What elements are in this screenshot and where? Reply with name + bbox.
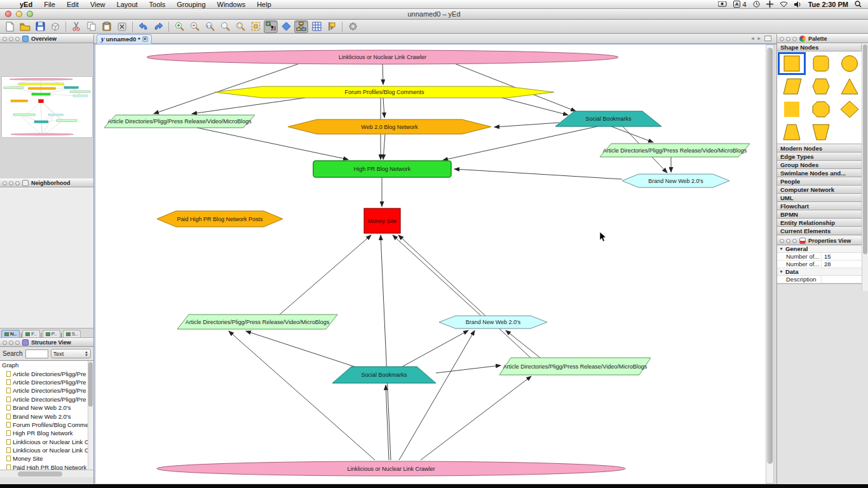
palette-shape-parallelogram[interactable]	[780, 77, 804, 96]
menu-clock[interactable]: Tue 2:30 PM	[808, 1, 848, 8]
paste-icon[interactable]	[100, 20, 114, 33]
search-input[interactable]	[25, 349, 48, 358]
graph-edge[interactable]	[393, 235, 481, 316]
graph-edge[interactable]	[381, 235, 391, 460]
structure-item[interactable]: Paid High PR Blog Network	[0, 463, 93, 470]
save-file-icon[interactable]	[33, 20, 47, 33]
palette-shape-circle[interactable]	[837, 54, 862, 73]
structure-item[interactable]: Linklicious or Nuclear Link C	[0, 438, 93, 446]
panel-button[interactable]	[9, 37, 13, 41]
canvas-vertical-scrollbar[interactable]	[766, 44, 774, 484]
panel-button[interactable]	[9, 341, 13, 345]
new-document-icon[interactable]	[3, 20, 17, 33]
undo-icon[interactable]	[136, 20, 150, 33]
tab-list-icon[interactable]	[764, 36, 771, 41]
palette-section-entity-relationship[interactable]: Entity Relationship»	[777, 219, 868, 227]
panel-button[interactable]	[9, 181, 13, 186]
cut-icon[interactable]	[69, 20, 83, 33]
palette-shape-diamond[interactable]	[837, 100, 862, 119]
structure-item[interactable]: Brand New Web 2.0's	[0, 403, 93, 412]
settings-gear-icon[interactable]	[346, 20, 360, 33]
graph-edge[interactable]	[246, 331, 355, 367]
window-title-bar[interactable]: unnamed0 – yEd	[0, 9, 868, 20]
structure-root-graph[interactable]: Graph	[0, 361, 93, 369]
panel-button[interactable]	[780, 37, 784, 41]
layout-mode-icon[interactable]	[294, 20, 308, 33]
menu-edit[interactable]: Edit	[61, 0, 85, 9]
label-flag-icon[interactable]: P	[325, 20, 339, 33]
airport-icon[interactable]	[780, 1, 788, 8]
menu-yed[interactable]: yEd	[14, 0, 38, 9]
palette-section-flowchart[interactable]: Flowchart»	[777, 202, 868, 210]
palette-shape-rounded-square[interactable]	[809, 54, 833, 73]
input-source-icon[interactable]: A 4	[733, 1, 747, 8]
palette-section-shape-nodes[interactable]: Shape Nodes ✕	[777, 43, 868, 51]
display-icon[interactable]	[718, 1, 727, 7]
graph-edge[interactable]	[436, 365, 501, 373]
spotlight-icon[interactable]	[855, 1, 862, 8]
structure-item[interactable]: Forum Profiles/Blog Comme	[0, 421, 93, 429]
palette-shape-square-plain[interactable]	[780, 100, 804, 119]
dock-tab-f[interactable]: F..	[22, 330, 39, 337]
zoom-in-icon[interactable]	[172, 20, 186, 33]
zoom-out-icon[interactable]	[187, 20, 201, 33]
graph-edge[interactable]	[386, 385, 389, 460]
graph-edge[interactable]	[229, 331, 375, 460]
palette-shape-hexagon[interactable]	[809, 77, 833, 96]
fit-content-icon[interactable]	[248, 20, 262, 33]
properties-group-data[interactable]: ▼Data	[777, 268, 868, 276]
menu-windows[interactable]: Windows	[212, 0, 252, 9]
tab-scroll-left-icon[interactable]: ◂	[751, 35, 754, 41]
palette-section-group-nodes[interactable]: Group Nodes»	[777, 161, 868, 169]
palette-section-computer-network[interactable]: Computer Network»	[777, 186, 868, 194]
graph-edge[interactable]	[506, 330, 540, 358]
graph-edge[interactable]	[402, 330, 468, 367]
dock-tab-p[interactable]: P..	[43, 330, 60, 337]
palette-section-edge-types[interactable]: Edge Types»	[777, 152, 868, 161]
dock-tab-s[interactable]: S..	[63, 330, 81, 337]
menu-view[interactable]: View	[85, 0, 111, 9]
graph-edge[interactable]	[494, 123, 559, 127]
panel-button[interactable]	[792, 37, 797, 41]
graph-edge[interactable]	[502, 98, 568, 115]
search-filter-dropdown[interactable]: Text ▲▼	[51, 349, 91, 358]
structure-item[interactable]: High PR Blog Network	[0, 429, 93, 437]
panel-button[interactable]	[780, 239, 784, 243]
menu-file[interactable]: File	[38, 0, 61, 9]
structure-item[interactable]: Article Directories/Pligg/Pre	[0, 386, 93, 395]
structure-item[interactable]: Article Directories/Pligg/Pre	[0, 395, 93, 403]
palette-section-modern-nodes[interactable]: Modern Nodes»	[777, 144, 868, 152]
panel-button[interactable]	[786, 37, 790, 41]
palette-section-people[interactable]: People»	[777, 177, 868, 186]
delete-icon[interactable]	[115, 20, 129, 33]
graph-edge[interactable]	[398, 235, 531, 358]
grid-toggle-icon[interactable]	[309, 20, 323, 33]
zoom-original-icon[interactable]: 1:1	[203, 20, 217, 33]
document-tab[interactable]: y unnamed0 * ✕	[97, 34, 152, 44]
graph-edge[interactable]	[383, 98, 384, 118]
structure-item[interactable]: Money Site	[0, 454, 93, 463]
navigate-mode-icon[interactable]	[279, 20, 293, 33]
menu-tools[interactable]: Tools	[144, 0, 172, 9]
palette-scrollbar[interactable]	[862, 43, 868, 291]
structure-item[interactable]: Brand New Web 2.0's	[0, 412, 93, 420]
palette-section-uml[interactable]: UML»	[777, 194, 868, 202]
menu-layout[interactable]: Layout	[111, 0, 144, 9]
structure-vertical-scrollbar[interactable]	[88, 361, 93, 470]
panel-button[interactable]	[3, 37, 7, 41]
panel-button[interactable]	[3, 181, 7, 186]
graph-edge[interactable]	[399, 330, 475, 460]
zoom-selection-icon[interactable]	[233, 20, 247, 33]
palette-shape-square-selected[interactable]	[780, 54, 804, 73]
clock-icon[interactable]	[753, 1, 760, 8]
panel-button[interactable]	[15, 341, 20, 345]
panel-button[interactable]	[792, 239, 797, 243]
copy-icon[interactable]	[85, 20, 98, 33]
graph-edge[interactable]	[383, 134, 385, 159]
panel-button[interactable]	[786, 239, 790, 243]
structure-item[interactable]: Article Directories/Pligg/Pre	[0, 378, 93, 386]
panel-button[interactable]	[15, 37, 20, 41]
open-file-icon[interactable]	[18, 20, 32, 33]
universal-access-icon[interactable]	[766, 1, 773, 8]
zoom-tool-icon[interactable]	[218, 20, 232, 33]
